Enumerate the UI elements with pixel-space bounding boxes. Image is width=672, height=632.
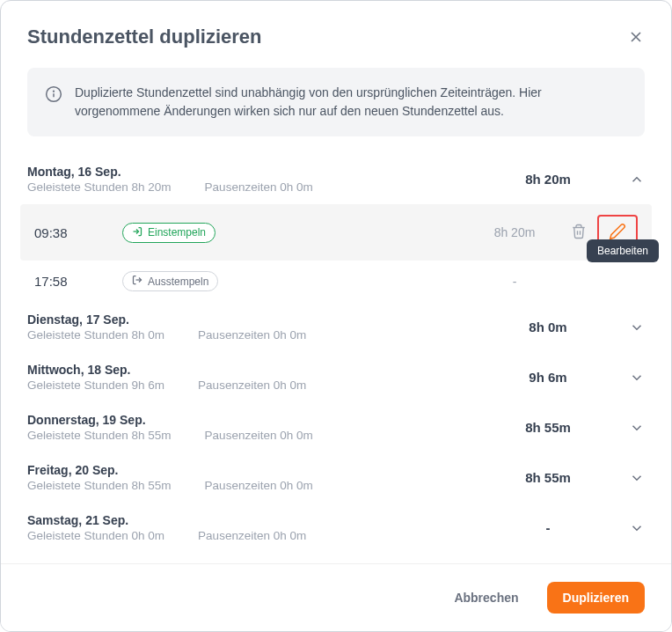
worked-hours: Geleistete Stunden 8h 55m [27, 479, 172, 492]
clock-in-badge: Einstempeln [122, 223, 215, 243]
break-hours: Pausenzeiten 0h 0m [205, 180, 313, 194]
day-total: 8h 55m [486, 420, 610, 435]
day-row[interactable]: Montag, 16 Sep.Geleistete Stunden 8h 20m… [27, 154, 645, 204]
info-banner: Duplizierte Stundenzettel sind unabhängi… [27, 68, 645, 136]
day-meta: Geleistete Stunden 9h 6mPausenzeiten 0h … [27, 378, 486, 392]
entry-duration: 8h 20m [462, 225, 567, 239]
day-row[interactable]: Dienstag, 17 Sep.Geleistete Stunden 8h 0… [27, 302, 645, 352]
day-title: Samstag, 21 Sep. [27, 513, 486, 527]
svg-point-1 [54, 91, 55, 92]
day-meta: Geleistete Stunden 0h 0mPausenzeiten 0h … [27, 529, 486, 542]
day-info: Samstag, 21 Sep.Geleistete Stunden 0h 0m… [27, 513, 486, 542]
day-total: 9h 6m [486, 370, 610, 385]
day-total: - [486, 520, 610, 535]
day-info: Mittwoch, 18 Sep.Geleistete Stunden 9h 6… [27, 363, 486, 392]
trash-icon[interactable] [571, 224, 587, 242]
edit-tooltip: Bearbeiten [587, 239, 659, 262]
badge-label: Ausstempeln [148, 276, 208, 288]
worked-hours: Geleistete Stunden 9h 6m [27, 378, 164, 392]
day-meta: Geleistete Stunden 8h 55mPausenzeiten 0h… [27, 479, 486, 492]
worked-hours: Geleistete Stunden 8h 20m [27, 180, 172, 194]
arrow-in-icon [132, 226, 142, 239]
day-row[interactable]: Sonntag, 22 Sep. [27, 553, 645, 563]
chevron-down-icon[interactable] [610, 470, 645, 486]
close-button[interactable] [627, 28, 645, 46]
day-title: Mittwoch, 18 Sep. [27, 363, 486, 377]
entry-badge-wrap: Einstempeln [122, 223, 462, 243]
day-row[interactable]: Freitag, 20 Sep.Geleistete Stunden 8h 55… [27, 452, 645, 503]
worked-hours: Geleistete Stunden 8h 55m [27, 429, 172, 442]
day-info: Dienstag, 17 Sep.Geleistete Stunden 8h 0… [27, 312, 486, 342]
break-hours: Pausenzeiten 0h 0m [205, 479, 313, 492]
time-entry-row: 09:38Einstempeln8h 20mBearbeiten [20, 204, 652, 261]
badge-label: Einstempeln [148, 226, 206, 239]
chevron-down-icon[interactable] [610, 370, 645, 386]
entry-time: 17:58 [34, 274, 122, 289]
entry-badge-wrap: Ausstempeln [122, 271, 462, 291]
arrow-out-icon [132, 275, 142, 288]
day-meta: Geleistete Stunden 8h 0mPausenzeiten 0h … [27, 328, 486, 342]
day-meta: Geleistete Stunden 8h 20mPausenzeiten 0h… [27, 180, 486, 194]
day-row[interactable]: Mittwoch, 18 Sep.Geleistete Stunden 9h 6… [27, 352, 645, 402]
cancel-button[interactable]: Abbrechen [438, 582, 534, 614]
modal-footer: Abbrechen Duplizieren [1, 563, 671, 631]
day-total: 8h 0m [486, 320, 610, 334]
info-icon [45, 85, 62, 106]
chevron-down-icon[interactable] [610, 320, 645, 335]
worked-hours: Geleistete Stunden 8h 0m [27, 328, 164, 342]
duplicate-timesheet-modal: Stundenzettel duplizieren Duplizierte St… [0, 0, 672, 632]
time-entry-row: 17:58Ausstempeln- [27, 261, 645, 302]
break-hours: Pausenzeiten 0h 0m [205, 429, 313, 442]
day-title: Dienstag, 17 Sep. [27, 312, 486, 327]
close-icon [627, 28, 645, 46]
break-hours: Pausenzeiten 0h 0m [198, 378, 306, 392]
day-total: 8h 55m [486, 470, 610, 485]
break-hours: Pausenzeiten 0h 0m [198, 529, 306, 542]
modal-header: Stundenzettel duplizieren [1, 1, 671, 68]
worked-hours: Geleistete Stunden 0h 0m [27, 529, 164, 542]
day-title: Montag, 16 Sep. [27, 165, 486, 179]
day-info: Freitag, 20 Sep.Geleistete Stunden 8h 55… [27, 463, 486, 492]
chevron-down-icon[interactable] [610, 420, 645, 436]
day-row[interactable]: Donnerstag, 19 Sep.Geleistete Stunden 8h… [27, 402, 645, 452]
chevron-up-icon[interactable] [610, 172, 645, 187]
break-hours: Pausenzeiten 0h 0m [198, 328, 306, 342]
clock-out-badge: Ausstempeln [122, 271, 218, 291]
day-total: 8h 20m [486, 172, 610, 187]
entry-time: 09:38 [34, 225, 122, 240]
day-meta: Geleistete Stunden 8h 55mPausenzeiten 0h… [27, 429, 486, 442]
chevron-down-icon[interactable] [610, 520, 645, 536]
info-text: Duplizierte Stundenzettel sind unabhängi… [75, 84, 627, 121]
modal-title: Stundenzettel duplizieren [27, 26, 261, 48]
day-info: Donnerstag, 19 Sep.Geleistete Stunden 8h… [27, 413, 486, 442]
day-row[interactable]: Samstag, 21 Sep.Geleistete Stunden 0h 0m… [27, 503, 645, 553]
duplicate-button[interactable]: Duplizieren [547, 582, 645, 614]
day-info: Montag, 16 Sep.Geleistete Stunden 8h 20m… [27, 165, 486, 194]
day-title: Freitag, 20 Sep. [27, 463, 486, 477]
days-list[interactable]: Montag, 16 Sep.Geleistete Stunden 8h 20m… [1, 154, 671, 563]
day-title: Donnerstag, 19 Sep. [27, 413, 486, 427]
entry-duration: - [462, 275, 567, 289]
